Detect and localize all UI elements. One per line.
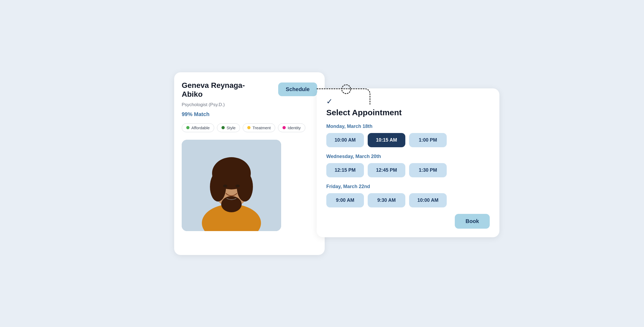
time-slot-mon-1[interactable]: 10:00 AM: [326, 133, 364, 147]
provider-title: Psychologist (Psy.D.): [182, 102, 317, 107]
tag-affordable: Affordable: [182, 123, 214, 132]
provider-card: Geneva Reynaga-Abiko Schedule Psychologi…: [174, 72, 325, 255]
time-slot-wed-3[interactable]: 1:30 PM: [409, 163, 447, 177]
tag-label-style: Style: [227, 125, 235, 130]
date-label: Monday, March 18th: [326, 124, 490, 129]
provider-header: Geneva Reynaga-Abiko Schedule: [182, 81, 317, 99]
time-slots: 10:00 AM10:15 AM1:00 PM: [326, 133, 490, 147]
tag-dot-style: [221, 126, 225, 129]
tag-label-treatment: Treatment: [252, 125, 271, 130]
days-container: Monday, March 18th10:00 AM10:15 AM1:00 P…: [326, 124, 490, 207]
time-slots: 12:15 PM12:45 PM1:30 PM: [326, 163, 490, 177]
provider-name: Geneva Reynaga-Abiko: [182, 81, 257, 99]
time-slot-fri-1[interactable]: 9:00 AM: [326, 193, 364, 207]
date-label: Friday, March 22nd: [326, 184, 490, 189]
book-button[interactable]: Book: [455, 214, 490, 229]
time-slot-wed-1[interactable]: 12:15 PM: [326, 163, 364, 177]
time-slot-wed-2[interactable]: 12:45 PM: [368, 163, 405, 177]
svg-point-9: [235, 185, 240, 187]
tag-list: AffordableStyleTreatmentIdentity: [182, 123, 317, 132]
provider-photo: [182, 140, 281, 231]
appointment-card: ✓ Select Appointment Monday, March 18th1…: [317, 88, 499, 237]
appointment-title: Select Appointment: [326, 108, 490, 117]
schedule-button[interactable]: Schedule: [278, 82, 317, 96]
connector-circle: [341, 84, 351, 94]
svg-point-8: [223, 185, 227, 187]
tag-dot-affordable: [186, 126, 189, 129]
tag-label-identity: Identity: [288, 125, 300, 130]
tag-dot-identity: [282, 126, 286, 129]
time-slot-fri-3[interactable]: 10:00 AM: [409, 193, 447, 207]
time-slot-mon-2[interactable]: 10:15 AM: [368, 133, 405, 147]
tag-label-affordable: Affordable: [191, 125, 210, 130]
svg-point-7: [221, 196, 242, 212]
time-slots: 9:00 AM9:30 AM10:00 AM: [326, 193, 490, 207]
tag-dot-treatment: [247, 126, 251, 129]
tag-style: Style: [217, 123, 240, 132]
scene: Geneva Reynaga-Abiko Schedule Psychologi…: [174, 72, 470, 255]
tag-treatment: Treatment: [243, 123, 275, 132]
match-score: 99% Match: [182, 111, 317, 117]
time-slot-mon-3[interactable]: 1:00 PM: [409, 133, 447, 147]
provider-photo-container: [182, 140, 317, 231]
tag-identity: Identity: [278, 123, 305, 132]
date-label: Wednesday, March 20th: [326, 154, 490, 159]
time-slot-fri-2[interactable]: 9:30 AM: [368, 193, 405, 207]
